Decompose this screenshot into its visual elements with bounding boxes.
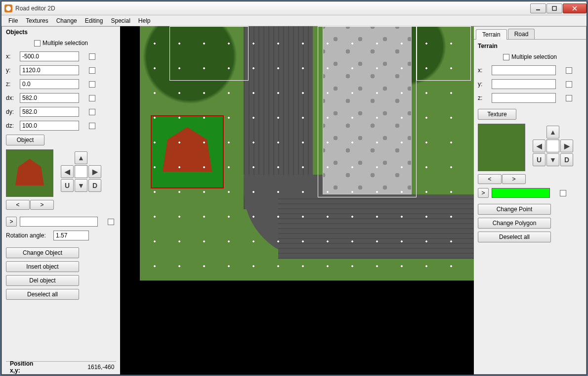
y-field[interactable] (20, 65, 79, 75)
preview-next-button[interactable]: > (30, 200, 54, 210)
del-object-button[interactable]: Del object (6, 275, 79, 286)
terrain-title: Terrain (478, 43, 582, 49)
titlebar[interactable]: Road editor 2D (1, 1, 587, 15)
dy-field[interactable] (20, 107, 79, 117)
color-checkbox[interactable] (560, 190, 566, 196)
title-text: Road editor 2D (15, 5, 530, 12)
nav-down-button[interactable]: ▼ (75, 179, 87, 192)
maximize-button[interactable] (546, 3, 562, 13)
preview-prev-button[interactable]: < (6, 200, 30, 210)
chevron-up-icon: ▲ (549, 128, 556, 136)
menu-change[interactable]: Change (52, 16, 81, 25)
tab-terrain[interactable]: Terrain (476, 29, 507, 40)
d-label: D (564, 156, 569, 164)
terrain-x-label: x: (478, 67, 489, 74)
terrain-navpad: ▲ ◀ ▶ U ▼ D (533, 126, 578, 184)
terrain-multiple-selection-checkbox[interactable] (503, 54, 509, 60)
menu-special[interactable]: Special (107, 16, 134, 25)
terrain-z-label: z: (478, 94, 489, 101)
nav-value-field[interactable] (75, 165, 87, 178)
terrain-x-field[interactable] (492, 65, 556, 75)
x-field[interactable] (20, 51, 79, 61)
tag-field[interactable] (20, 217, 98, 227)
chevron-up-icon: ▲ (78, 154, 84, 162)
deselect-all-button[interactable]: Deselect all (6, 289, 79, 300)
y-label: y: (6, 67, 17, 74)
terrain-nav-down-button[interactable]: ▼ (546, 153, 559, 166)
texture-button[interactable]: Texture (478, 109, 516, 120)
z-field[interactable] (20, 79, 79, 89)
objects-title: Objects (6, 29, 116, 36)
object-preview (6, 149, 53, 197)
app-icon (4, 4, 12, 12)
insert-object-button[interactable]: Insert object (6, 261, 79, 272)
terrain-multiple-selection-label: Multiple selection (511, 53, 557, 60)
dx-field[interactable] (20, 93, 79, 103)
nav-right-button[interactable]: ▶ (88, 165, 101, 178)
color-swatch[interactable] (492, 188, 550, 198)
object-navpad: ▲ ◀ ▶ U ▼ D (61, 151, 106, 210)
dz-field[interactable] (20, 121, 79, 131)
u-label: U (537, 156, 542, 164)
chevron-down-icon: ▼ (78, 182, 84, 189)
dy-label: dy: (6, 108, 17, 115)
terrain-y-lock-checkbox[interactable] (566, 81, 572, 88)
object-button[interactable]: Object (6, 135, 44, 145)
change-point-button[interactable]: Change Point (478, 204, 551, 215)
texture-next-button[interactable]: > (502, 174, 526, 184)
nav-u-button[interactable]: U (61, 179, 74, 192)
dx-lock-checkbox[interactable] (89, 95, 95, 101)
terrain-nav-u-button[interactable]: U (533, 153, 546, 166)
terrain-nav-d-button[interactable]: D (560, 153, 573, 166)
dz-lock-checkbox[interactable] (89, 123, 95, 129)
workarea: Objects Multiple selection x: y: z: dx: … (1, 26, 587, 375)
terrain-y-field[interactable] (492, 79, 556, 89)
chevron-left-icon: ◀ (537, 142, 542, 150)
scene-terrain (140, 26, 474, 281)
texture-prev-button[interactable]: < (478, 174, 502, 184)
dy-lock-checkbox[interactable] (89, 109, 95, 115)
terrain-nav-left-button[interactable]: ◀ (533, 140, 546, 152)
chevron-right-icon: ▶ (92, 168, 98, 176)
terrain-nav-up-button[interactable]: ▲ (546, 126, 559, 139)
tab-road[interactable]: Road (508, 29, 535, 39)
menu-help[interactable]: Help (134, 16, 155, 25)
status-label: Position x,y: (10, 360, 33, 374)
menu-editing[interactable]: Editing (81, 16, 107, 25)
svg-rect-1 (552, 6, 556, 10)
menu-textures[interactable]: Textures (22, 16, 52, 25)
terrain-z-field[interactable] (492, 93, 556, 103)
terrain-y-label: y: (478, 81, 489, 88)
y-lock-checkbox[interactable] (89, 67, 95, 74)
dx-label: dx: (6, 94, 17, 101)
dz-label: dz: (6, 122, 17, 129)
change-object-button[interactable]: Change Object (6, 247, 79, 258)
terrain-z-lock-checkbox[interactable] (566, 95, 572, 101)
status-value: 1616,-460 (87, 364, 114, 371)
multiple-selection-checkbox[interactable] (34, 40, 41, 47)
canvas-viewport[interactable] (120, 26, 474, 375)
nav-left-button[interactable]: ◀ (61, 165, 74, 178)
terrain-x-lock-checkbox[interactable] (566, 67, 572, 74)
rotation-field[interactable] (53, 231, 89, 240)
chevron-left-icon: ◀ (65, 168, 70, 176)
terrain-nav-value-field[interactable] (546, 140, 559, 152)
minimize-button[interactable] (530, 3, 546, 13)
z-lock-checkbox[interactable] (89, 81, 95, 88)
z-label: z: (6, 81, 17, 88)
terrain-panel: Terrain Road Terrain Multiple selection … (474, 26, 587, 375)
terrain-nav-right-button[interactable]: ▶ (560, 140, 573, 152)
nav-d-button[interactable]: D (88, 179, 101, 192)
x-lock-checkbox[interactable] (89, 53, 95, 60)
tag-checkbox[interactable] (108, 219, 114, 225)
change-polygon-button[interactable]: Change Polygon (478, 218, 551, 229)
svg-rect-0 (536, 9, 540, 10)
nav-up-button[interactable]: ▲ (75, 151, 87, 164)
tag-button[interactable]: > (6, 217, 17, 227)
menu-file[interactable]: File (4, 16, 22, 25)
objects-panel: Objects Multiple selection x: y: z: dx: … (1, 26, 120, 375)
close-button[interactable] (563, 3, 587, 13)
app-window: Road editor 2D File Textures Change Edit… (1, 1, 587, 375)
color-tag-button[interactable]: > (478, 188, 489, 198)
terrain-deselect-all-button[interactable]: Deselect all (478, 232, 551, 242)
